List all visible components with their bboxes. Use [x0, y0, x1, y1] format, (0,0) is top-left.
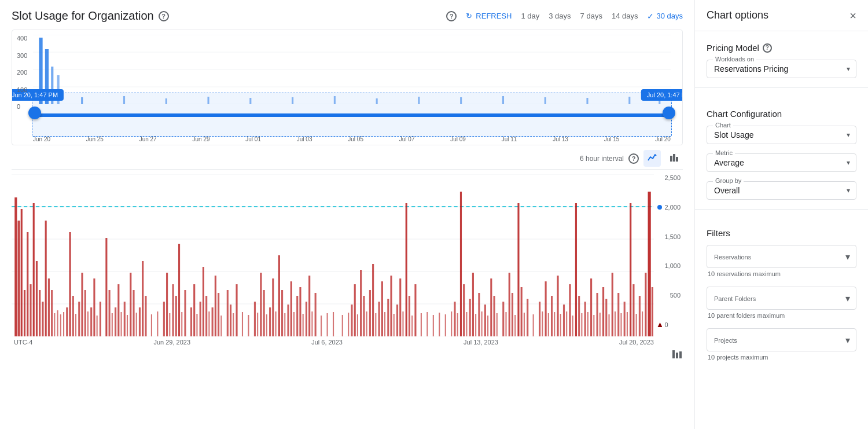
svg-rect-109: [399, 278, 401, 336]
workloads-select[interactable]: Workloads on Reservations Pricing ▾: [707, 60, 856, 78]
filters-title: Filters: [707, 228, 856, 238]
time-filter-30days[interactable]: ✓ 30 days: [647, 12, 683, 21]
svg-rect-102: [369, 290, 371, 336]
reservations-filter[interactable]: Reservations ▾: [707, 245, 856, 268]
svg-rect-187: [393, 314, 395, 336]
svg-rect-145: [632, 284, 634, 336]
chart-select-group: Chart Slot Usage ▾: [707, 126, 856, 144]
x-date-8: Jul 09: [450, 136, 466, 142]
mini-chart-container: 400 300 200 100 0: [12, 30, 683, 145]
y-label-0: 0: [17, 103, 27, 110]
svg-rect-59: [115, 307, 116, 336]
svg-rect-193: [439, 313, 440, 336]
time-filter-7days[interactable]: 7 days: [580, 12, 602, 20]
range-slider[interactable]: Jun 20, 1:47 PM Jul 20, 1:47 PM: [33, 104, 671, 108]
metric-select[interactable]: Metric Average ▾: [707, 153, 856, 172]
svg-rect-81: [227, 290, 229, 336]
svg-rect-104: [378, 302, 380, 336]
reservations-subtitle: 10 reservations maximum: [707, 270, 856, 277]
pricing-model-help-icon[interactable]: ?: [763, 43, 772, 53]
group-by-value: Overall: [714, 186, 740, 195]
svg-rect-13: [249, 98, 251, 104]
svg-rect-88: [272, 278, 274, 336]
svg-rect-61: [124, 302, 126, 336]
svg-rect-113: [454, 302, 455, 336]
y-label-400: 400: [17, 35, 27, 42]
svg-rect-186: [384, 312, 385, 336]
interval-help-icon[interactable]: ?: [628, 153, 639, 164]
parent-folders-arrow-icon: ▾: [845, 293, 850, 304]
interval-label: 6 hour interval: [580, 155, 624, 163]
bar-chart-icon: [669, 152, 679, 163]
y-main-2000: 2,000: [657, 204, 681, 211]
svg-rect-156: [97, 316, 98, 336]
time-filter-3days[interactable]: 3 days: [549, 12, 571, 20]
page-title: Slot Usage for Organization: [12, 9, 154, 23]
group-by-arrow-icon: ▾: [847, 186, 850, 195]
svg-rect-135: [578, 296, 580, 336]
time-filter-14days[interactable]: 14 days: [612, 12, 638, 20]
range-thumb-right[interactable]: Jul 20, 1:47 PM: [663, 107, 675, 119]
svg-rect-87: [269, 307, 271, 336]
projects-subtitle: 10 projects maximum: [707, 354, 856, 361]
svg-rect-205: [533, 314, 534, 336]
line-chart-button[interactable]: [643, 150, 661, 167]
bar-chart-button[interactable]: [665, 150, 683, 167]
svg-rect-175: [293, 312, 295, 336]
svg-rect-86: [263, 290, 265, 336]
svg-rect-78: [212, 307, 214, 336]
svg-rect-142: [617, 293, 619, 336]
svg-rect-120: [490, 278, 492, 336]
svg-rect-218: [620, 313, 621, 336]
svg-rect-72: [184, 290, 186, 336]
svg-rect-98: [351, 305, 352, 336]
svg-rect-67: [163, 302, 165, 336]
svg-rect-21: [586, 98, 588, 104]
pricing-model-section: Pricing Model ? Workloads on Reservation…: [695, 31, 868, 78]
projects-filter[interactable]: Projects ▾: [707, 328, 856, 351]
reservations-filter-group: Reservations ▾ 10 reservations maximum: [707, 245, 856, 277]
svg-rect-76: [203, 267, 204, 336]
parent-folders-filter[interactable]: Parent Folders ▾: [707, 287, 856, 310]
y-star-icon: [657, 322, 662, 327]
svg-rect-105: [381, 281, 383, 336]
svg-rect-47: [51, 290, 53, 336]
svg-rect-64: [139, 307, 141, 336]
svg-rect-91: [287, 305, 289, 336]
svg-rect-56: [100, 302, 101, 336]
range-thumb-left[interactable]: Jun 20, 1:47 PM: [28, 107, 41, 119]
svg-rect-148: [648, 192, 651, 336]
svg-rect-194: [445, 314, 446, 336]
refresh-button[interactable]: ↻ REFRESH: [466, 12, 512, 20]
svg-rect-217: [615, 311, 616, 336]
y-label-100: 100: [17, 86, 27, 93]
svg-rect-126: [521, 287, 523, 336]
svg-rect-11: [165, 98, 167, 104]
x-date-11: Jul 15: [604, 136, 620, 142]
svg-rect-111: [409, 296, 410, 336]
mini-chart-y-axis: 400 300 200 100 0: [17, 35, 27, 110]
chart-wrapper: 2,500 2,000 1,500 1,000 500 0: [12, 174, 683, 346]
main-chart-svg: [12, 174, 654, 336]
header-help-icon[interactable]: ?: [446, 11, 457, 21]
x-date-3: Jun 29: [192, 136, 209, 142]
svg-rect-171: [257, 313, 258, 336]
parent-folders-subtitle: 10 parent folders maximum: [707, 312, 856, 319]
svg-rect-110: [406, 203, 407, 336]
page-help-icon[interactable]: ?: [159, 11, 169, 21]
right-panel-title: Chart options: [707, 9, 768, 21]
svg-rect-90: [281, 290, 283, 336]
svg-rect-140: [605, 299, 607, 336]
svg-rect-168: [233, 313, 234, 336]
close-button[interactable]: ×: [849, 10, 856, 21]
svg-rect-69: [172, 284, 174, 336]
chart-select[interactable]: Chart Slot Usage ▾: [707, 126, 856, 144]
time-filter-1day[interactable]: 1 day: [521, 12, 539, 20]
svg-rect-133: [569, 284, 571, 336]
svg-rect-122: [502, 302, 504, 336]
filters-section: Filters Reservations ▾ 10 reservations m…: [695, 219, 868, 379]
x-main-jul6: Jul 6, 2023: [311, 339, 343, 346]
group-by-select[interactable]: Group by Overall ▾: [707, 181, 856, 200]
svg-rect-202: [505, 312, 506, 336]
x-date-5: Jul 03: [297, 136, 312, 142]
